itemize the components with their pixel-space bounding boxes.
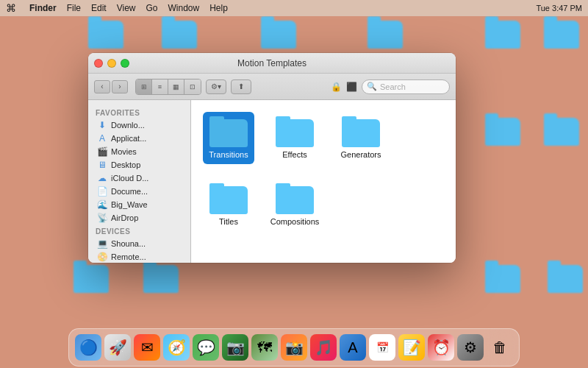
search-icon: 🔍 [367, 82, 377, 91]
menubar-edit[interactable]: Edit [91, 3, 107, 13]
menubar-view[interactable]: View [117, 3, 136, 13]
search-placeholder: Search [380, 82, 406, 91]
sidebar-documents-label: Docume... [111, 187, 148, 196]
share-button[interactable]: ⬆ [231, 79, 251, 94]
dock-notes[interactable]: 📝 [398, 334, 425, 361]
view-buttons: ⊞ ≡ ▦ ⊡ [135, 79, 201, 95]
desktop: ⌘ Finder File Edit View Go Window Help T… [0, 0, 588, 368]
sidebar-downloads-label: Downlo... [111, 121, 145, 130]
folder-item-compositions[interactable]: Compositions [269, 179, 320, 231]
sidebar-item-icloud-drive[interactable]: ☁ iCloud D... [90, 171, 189, 185]
dock: 🔵 🚀 ✉ 🧭 💬 📷 🗺 📸 🎵 A 📅 📝 ⏰ ⚙ 🗑 [68, 328, 520, 367]
finder-body: Favorites ⬇ Downlo... A Applicat... 🎬 Mo… [88, 100, 456, 263]
menubar-finder[interactable]: Finder [29, 3, 57, 13]
menubar-file[interactable]: File [67, 3, 81, 13]
cover-flow-button[interactable]: ⊡ [184, 79, 201, 94]
screen-icon: ⬛ [346, 82, 357, 92]
sidebar-item-shouna[interactable]: 💻 Shouna... [90, 237, 189, 250]
dock-safari[interactable]: 🧭 [163, 334, 190, 361]
forward-button[interactable]: › [112, 80, 128, 93]
folder-item-titles[interactable]: Titles [203, 179, 254, 231]
menubar-go[interactable]: Go [146, 3, 158, 13]
folder-label: Generators [340, 150, 381, 160]
back-button[interactable]: ‹ [94, 80, 110, 93]
remote-icon: 📀 [97, 252, 107, 262]
apple-menu-icon[interactable]: ⌘ [6, 2, 16, 14]
toolbar-nav: ‹ › [94, 80, 128, 93]
sidebar-item-movies[interactable]: 🎬 Movies [90, 145, 189, 158]
lock-icon: 🔒 [331, 82, 342, 92]
sidebar-item-remote[interactable]: 📀 Remote... [90, 250, 189, 263]
dock-trash[interactable]: 🗑 [487, 334, 513, 361]
menubar-right: Tue 3:47 PM [536, 4, 582, 13]
dock-reminders[interactable]: ⏰ [428, 334, 454, 361]
sidebar-bigwave-label: Big_Wave [111, 200, 148, 209]
finder-toolbar: ‹ › ⊞ ≡ ▦ ⊡ ⚙▾ ⬆ 🔒 ⬛ 🔍 Search [88, 74, 456, 100]
sidebar-applications-label: Applicat... [111, 134, 146, 143]
search-box[interactable]: 🔍 Search [362, 79, 450, 94]
window-title: Motion Templates [237, 58, 306, 68]
folder-label: Effects [282, 150, 306, 160]
folder-grid: TransitionsEffectsGeneratorsTitlesCompos… [203, 112, 444, 231]
shouna-icon: 💻 [97, 238, 107, 249]
dock-finder[interactable]: 🔵 [75, 334, 101, 361]
sidebar-airdrop-label: AirDrop [111, 213, 138, 222]
arrange-button[interactable]: ⚙▾ [206, 79, 226, 94]
folder-item-effects[interactable]: Effects [269, 112, 320, 164]
icon-view-button[interactable]: ⊞ [136, 79, 152, 94]
dock-facetime[interactable]: 📷 [222, 334, 248, 361]
folder-icon [209, 183, 248, 214]
movies-icon: 🎬 [97, 146, 107, 157]
titlebar-buttons [94, 59, 129, 68]
minimize-button[interactable] [107, 59, 116, 68]
folder-icon [276, 183, 314, 214]
devices-label: Devices [88, 224, 190, 237]
folder-item-transitions[interactable]: Transitions [203, 112, 254, 164]
menubar-help[interactable]: Help [209, 3, 228, 13]
finder-window: Motion Templates ‹ › ⊞ ≡ ▦ ⊡ ⚙▾ ⬆ 🔒 ⬛ 🔍 … [88, 53, 456, 263]
download-icon: ⬇ [97, 120, 107, 130]
dock-appstore[interactable]: A [340, 334, 366, 361]
sidebar-shouna-label: Shouna... [111, 239, 146, 248]
sidebar-item-bigwave[interactable]: 🌊 Big_Wave [90, 198, 189, 211]
finder-main: TransitionsEffectsGeneratorsTitlesCompos… [191, 100, 456, 263]
dock-launchpad[interactable]: 🚀 [104, 334, 131, 361]
menubar-left: ⌘ Finder File Edit View Go Window Help [6, 2, 228, 14]
sidebar-item-desktop[interactable]: 🖥 Desktop [90, 158, 189, 171]
sidebar-item-downloads[interactable]: ⬇ Downlo... [90, 118, 189, 132]
dock-calendar[interactable]: 📅 [369, 334, 395, 361]
column-view-button[interactable]: ▦ [168, 79, 184, 94]
documents-icon: 📄 [97, 186, 107, 197]
bigwave-icon: 🌊 [97, 199, 107, 210]
icloud-icon: ☁ [97, 173, 107, 183]
sidebar-icloud-label: iCloud D... [111, 174, 148, 183]
menubar-window[interactable]: Window [168, 3, 200, 13]
close-button[interactable] [94, 59, 103, 68]
dock-messages[interactable]: 💬 [193, 334, 219, 361]
menubar-time: Tue 3:47 PM [536, 4, 582, 13]
airdrop-icon: 📡 [97, 213, 107, 223]
sidebar-movies-label: Movies [111, 147, 137, 156]
sidebar-item-airdrop[interactable]: 📡 AirDrop [90, 211, 189, 224]
folder-icon [276, 116, 314, 147]
folder-icon [342, 116, 380, 147]
dock-maps[interactable]: 🗺 [251, 334, 278, 361]
folder-icon [209, 116, 248, 147]
desktop-icon: 🖥 [97, 160, 107, 170]
dock-mail[interactable]: ✉ [134, 334, 160, 361]
sidebar-remote-label: Remote... [111, 252, 146, 261]
folder-label: Titles [219, 217, 238, 227]
maximize-button[interactable] [121, 59, 129, 68]
sidebar-item-applications[interactable]: A Applicat... [90, 132, 189, 145]
dock-system[interactable]: ⚙ [457, 334, 484, 361]
sidebar-item-documents[interactable]: 📄 Docume... [90, 185, 189, 198]
dock-photos[interactable]: 📸 [281, 334, 307, 361]
folder-label: Transitions [209, 150, 248, 160]
folder-item-generators[interactable]: Generators [335, 112, 387, 164]
finder-titlebar: Motion Templates [88, 53, 456, 74]
apps-icon: A [97, 133, 107, 144]
dock-music[interactable]: 🎵 [310, 334, 337, 361]
sidebar-desktop-label: Desktop [111, 160, 140, 169]
list-view-button[interactable]: ≡ [152, 79, 168, 94]
finder-sidebar: Favorites ⬇ Downlo... A Applicat... 🎬 Mo… [88, 100, 191, 263]
